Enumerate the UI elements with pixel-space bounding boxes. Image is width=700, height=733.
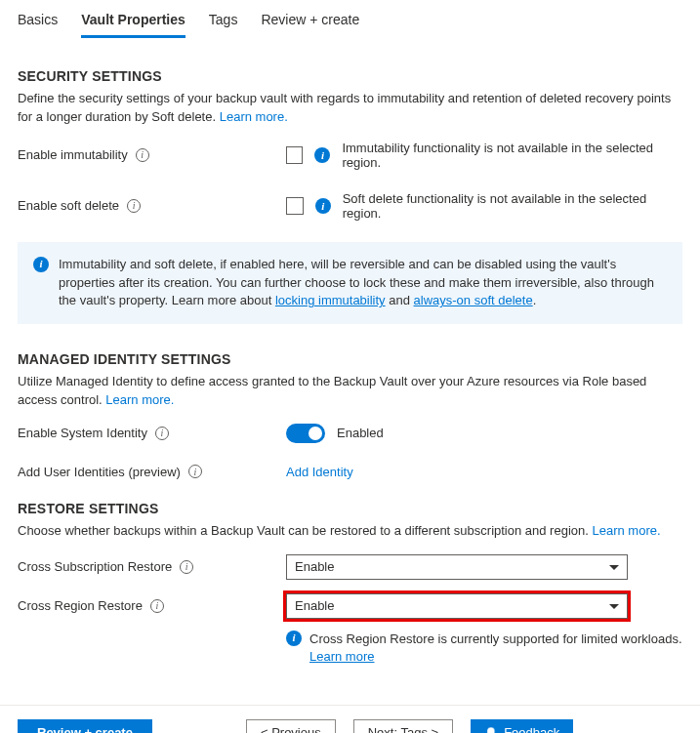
crr-select-value: Enable (295, 598, 334, 613)
help-icon[interactable]: i (180, 560, 193, 574)
tab-review-create[interactable]: Review + create (261, 8, 359, 38)
security-settings-heading: SECURITY SETTINGS (18, 68, 682, 84)
locking-immutability-link[interactable]: locking immutability (275, 293, 386, 307)
restore-learn-more-link[interactable]: Learn more. (593, 523, 661, 538)
review-create-button[interactable]: Review + create (18, 719, 152, 733)
tab-vault-properties[interactable]: Vault Properties (81, 8, 185, 38)
footer-bar: Review + create < Previous Next: Tags > … (0, 705, 700, 733)
security-info-end: . (533, 293, 537, 307)
restore-settings-description: Choose whether backups within a Backup V… (18, 522, 682, 541)
security-learn-more-link[interactable]: Learn more. (220, 109, 288, 124)
enable-soft-delete-label: Enable soft delete (18, 198, 119, 213)
next-button[interactable]: Next: Tags > (353, 719, 453, 733)
help-icon[interactable]: i (150, 599, 164, 613)
enable-immutability-checkbox[interactable] (286, 146, 303, 164)
help-icon[interactable]: i (127, 199, 141, 213)
identity-learn-more-link[interactable]: Learn more. (105, 392, 174, 407)
security-desc-text: Define the security settings of your bac… (18, 91, 671, 124)
always-on-soft-delete-link[interactable]: always-on soft delete (414, 293, 533, 307)
security-settings-description: Define the security settings of your bac… (18, 90, 682, 127)
tab-tags[interactable]: Tags (209, 8, 238, 38)
feedback-icon (484, 725, 498, 733)
cross-subscription-restore-select[interactable]: Enable (286, 554, 628, 580)
security-info-box: i Immutability and soft delete, if enabl… (18, 242, 682, 325)
info-icon: i (315, 198, 331, 214)
enable-system-identity-label: Enable System Identity (18, 426, 147, 440)
info-icon: i (286, 631, 302, 646)
enable-immutability-label: Enable immutability (18, 147, 128, 162)
help-icon[interactable]: i (155, 427, 169, 440)
previous-button[interactable]: < Previous (246, 719, 336, 733)
restore-settings-heading: RESTORE SETTINGS (18, 501, 682, 516)
managed-identity-description: Utilize Managed Identity to define acces… (18, 373, 682, 410)
info-icon: i (33, 257, 49, 272)
crr-note: i Cross Region Restore is currently supp… (286, 631, 696, 666)
csr-select-value: Enable (295, 559, 334, 574)
enabled-text: Enabled (337, 426, 384, 440)
chevron-down-icon (609, 565, 619, 570)
soft-delete-unavailable-text: Soft delete functionality is not availab… (343, 191, 682, 221)
feedback-label: Feedback (504, 725, 559, 733)
help-icon[interactable]: i (136, 148, 149, 162)
crr-note-text: Cross Region Restore is currently suppor… (309, 631, 682, 646)
tab-bar: Basics Vault Properties Tags Review + cr… (0, 0, 700, 39)
help-icon[interactable]: i (188, 465, 202, 478)
info-icon: i (314, 147, 330, 163)
restore-desc-text: Choose whether backups within a Backup V… (18, 523, 593, 538)
cross-region-restore-label: Cross Region Restore (18, 598, 143, 613)
chevron-down-icon (609, 604, 619, 609)
add-identity-link[interactable]: Add Identity (286, 465, 353, 479)
security-info-mid: and (386, 293, 414, 307)
enable-system-identity-toggle[interactable] (286, 424, 325, 443)
security-info-text: Immutability and soft delete, if enabled… (59, 256, 667, 311)
crr-learn-more-link[interactable]: Learn more (309, 649, 374, 664)
tab-basics[interactable]: Basics (18, 8, 58, 38)
cross-region-restore-select[interactable]: Enable (286, 593, 628, 619)
cross-subscription-restore-label: Cross Subscription Restore (18, 559, 172, 574)
add-user-identities-label: Add User Identities (preview) (18, 465, 181, 479)
immutability-unavailable-text: Immutability functionality is not availa… (342, 141, 682, 170)
enable-soft-delete-checkbox[interactable] (286, 197, 304, 215)
feedback-button[interactable]: Feedback (471, 719, 573, 733)
managed-identity-heading: MANAGED IDENTITY SETTINGS (18, 351, 682, 367)
